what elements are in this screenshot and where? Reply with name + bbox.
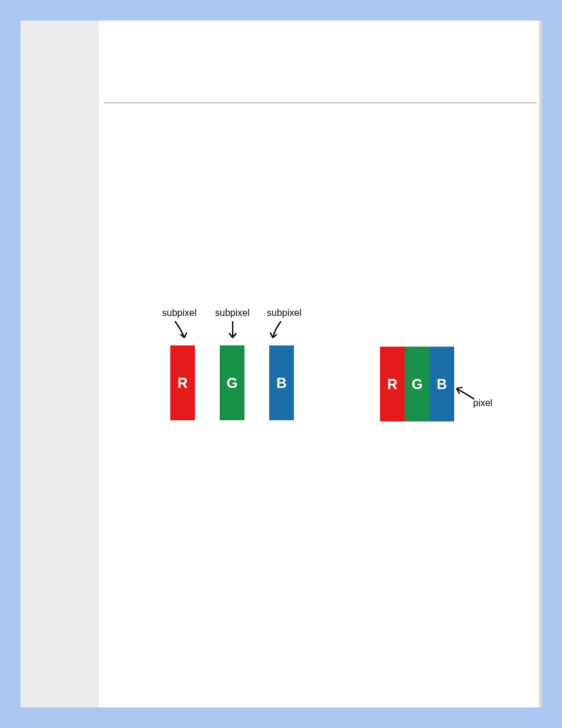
arrow-down-icon: [227, 320, 239, 344]
arrow-down-icon: [173, 320, 190, 344]
subpixel-bar-r: R: [170, 345, 195, 420]
pixel-label: pixel: [473, 398, 492, 409]
subpixel-letter-g: G: [227, 375, 238, 391]
subpixel-letter-b: B: [276, 375, 286, 391]
pixel-letter-r: R: [387, 376, 397, 393]
pixel-bar-r: R: [380, 347, 405, 421]
arrow-down-icon: [268, 320, 286, 344]
subpixel-letter-r: R: [177, 375, 187, 391]
pixel-bar-g: G: [405, 347, 429, 421]
subpixel-label-g: subpixel: [215, 308, 250, 318]
pixel-bar-b: B: [429, 347, 454, 421]
subpixel-label-r: subpixel: [162, 308, 197, 318]
right-gutter: [539, 21, 542, 707]
rgb-pixel-diagram: subpixel R subpixel G subpixel B R: [99, 21, 539, 707]
document-viewer: subpixel R subpixel G subpixel B R: [12, 12, 550, 716]
left-gutter: [21, 21, 99, 707]
pixel-letter-b: B: [437, 376, 447, 393]
subpixel-bar-g: G: [220, 345, 244, 420]
pixel-letter-g: G: [412, 376, 423, 393]
subpixel-bar-b: B: [269, 345, 294, 420]
subpixel-label-b: subpixel: [267, 308, 302, 318]
